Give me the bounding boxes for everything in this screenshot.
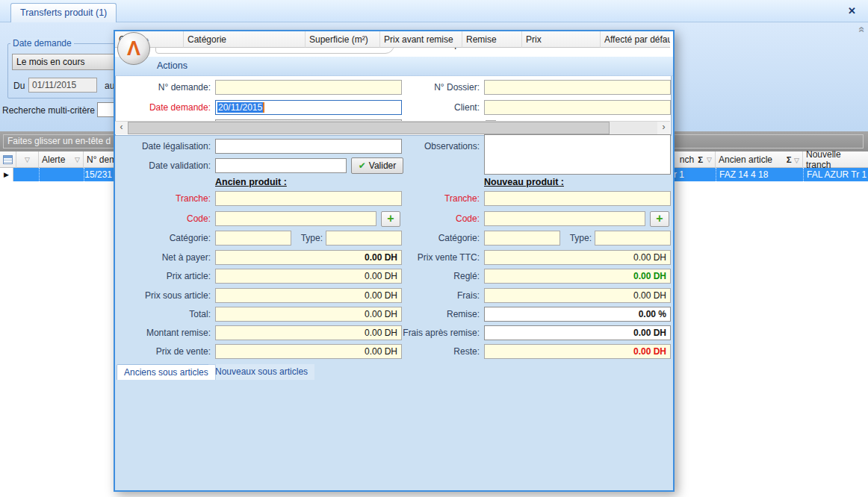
- col-header-affecte-par-defaut[interactable]: Affecté par défaut: [601, 31, 670, 48]
- scrollbar-thumb[interactable]: [128, 122, 610, 134]
- ancien-tranche-input[interactable]: [215, 191, 402, 206]
- n-dossier-input[interactable]: [484, 80, 671, 95]
- nouveau-code-label: Code:: [382, 213, 480, 224]
- client-label: Client:: [382, 102, 480, 113]
- col-header-categorie[interactable]: Catégorie: [184, 31, 306, 48]
- montant-remise-field[interactable]: 0.00 DH: [215, 325, 402, 340]
- prix-article-label: Prix article:: [115, 271, 211, 281]
- row-marker-icon: ▶: [0, 168, 13, 181]
- tab-anciens-sous-articles[interactable]: Anciens sous articles: [117, 364, 216, 380]
- cell-nouvelle-tranche: FAL AZUR Tr 1: [807, 168, 867, 181]
- prix-article-field[interactable]: 0.00 DH: [215, 269, 402, 284]
- prix-de-vente-label: Prix de vente:: [115, 346, 211, 357]
- nouveau-code-input[interactable]: [484, 211, 645, 226]
- date-validation-input[interactable]: [215, 158, 347, 173]
- observations-label: Observations:: [382, 141, 480, 151]
- valider-label: Valider: [369, 160, 396, 171]
- total-label: Total:: [115, 309, 211, 319]
- date-demande-input[interactable]: 20/11/2015: [215, 100, 402, 115]
- tab-nouveaux-sous-articles[interactable]: Nouveaux sous articles: [208, 364, 314, 380]
- tab-transferts-produit[interactable]: Transferts produit (1): [10, 3, 117, 22]
- nouveau-code-add-button[interactable]: +: [650, 211, 669, 227]
- nouveau-type-input[interactable]: [595, 231, 671, 246]
- scroll-left-icon[interactable]: ‹: [115, 122, 128, 134]
- montant-remise-label: Montant remise:: [115, 328, 211, 338]
- reste-field[interactable]: 0.00 DH: [484, 344, 671, 359]
- transfer-request-dialog: ↻ ✖ ◷ ▾ ▾ Demande de transfert produit N…: [114, 30, 675, 492]
- grid-customize-header[interactable]: [0, 151, 16, 168]
- sum-icon[interactable]: Σ: [787, 155, 792, 164]
- scroll-right-icon[interactable]: ›: [657, 122, 670, 134]
- net-a-payer-field[interactable]: 0.00 DH: [215, 250, 402, 265]
- reste-label: Reste:: [382, 346, 480, 357]
- dialog-menu-bar: Actions: [115, 57, 673, 76]
- screen: Transferts produit (1) ✕ » Date demande …: [0, 0, 868, 497]
- col-header-superficie[interactable]: Superficie (m²): [306, 31, 380, 48]
- n-demande-label: N° demande:: [115, 82, 211, 93]
- ancien-article-header-label: Ancien article: [719, 154, 772, 165]
- ancien-type-label: Type:: [264, 233, 323, 243]
- valider-button[interactable]: ✔Valider: [351, 157, 403, 174]
- remise-field[interactable]: 0.00 %: [484, 307, 671, 322]
- ancienne-tranche-header-label: nch: [680, 154, 694, 165]
- prix-sous-article-field[interactable]: 0.00 DH: [215, 288, 402, 303]
- ancien-tranche-label: Tranche:: [115, 193, 211, 204]
- from-label: Du: [13, 81, 25, 91]
- from-date-input[interactable]: 01/11/2015: [28, 78, 97, 93]
- sum-icon[interactable]: Σ: [698, 155, 703, 164]
- grid-header-alerte[interactable]: Alerte ▽: [39, 151, 84, 168]
- multi-criteria-search-label: Recherche multi-critère :: [2, 105, 100, 116]
- cell-n-demande: 15/231: [84, 168, 112, 181]
- regle-label: Reglé:: [382, 271, 480, 281]
- nouveau-tranche-input[interactable]: [484, 191, 671, 206]
- total-field[interactable]: 0.00 DH: [215, 307, 402, 322]
- regle-field[interactable]: 0.00 DH: [484, 269, 671, 284]
- cell-ancien-article: FAZ 14 4 18: [719, 168, 768, 181]
- menu-actions[interactable]: Actions: [157, 60, 187, 71]
- check-icon: ✔: [359, 160, 366, 171]
- n-demande-header-label: N° dem: [87, 154, 117, 165]
- grid-header-ancien-article[interactable]: Ancien article Σ ▽: [716, 151, 803, 168]
- nouveau-type-label: Type:: [533, 233, 592, 243]
- date-validation-label: Date validation:: [115, 160, 211, 171]
- nouveau-tranche-label: Tranche:: [382, 193, 480, 204]
- horizontal-scrollbar[interactable]: ‹ ›: [115, 121, 670, 134]
- grid-filter-header[interactable]: ▽: [16, 151, 39, 168]
- col-header-prix[interactable]: Prix: [522, 31, 601, 48]
- prix-de-vente-field[interactable]: 0.00 DH: [215, 344, 402, 359]
- filter-funnel-icon[interactable]: ▽: [25, 156, 30, 163]
- observations-textarea[interactable]: [484, 134, 671, 175]
- selected-text: 20/11/2015: [217, 102, 264, 113]
- customize-grid-icon: [3, 155, 13, 164]
- col-header-prix-avant-remise[interactable]: Prix avant remise: [380, 31, 462, 48]
- grid-header-nouvelle-tranche[interactable]: Nouvelle tranch: [803, 151, 868, 168]
- filter-funnel-icon[interactable]: ▽: [707, 156, 712, 163]
- prix-vente-ttc-field[interactable]: 0.00 DH: [484, 250, 671, 265]
- client-input[interactable]: [484, 100, 671, 115]
- date-legalisation-input[interactable]: [215, 139, 402, 154]
- col-header-remise[interactable]: Remise: [462, 31, 522, 48]
- n-demande-input[interactable]: [215, 80, 402, 95]
- frais-apres-remise-label: Frais après remise:: [382, 328, 480, 338]
- collapse-panel-icon[interactable]: »: [853, 28, 866, 32]
- top-tab-strip: Transferts produit (1) ✕: [0, 0, 868, 22]
- header-icons: Σ ▽: [787, 154, 799, 165]
- frais-field[interactable]: 0.00 DH: [484, 288, 671, 303]
- net-a-payer-label: Net à payer:: [115, 252, 211, 263]
- ancien-produit-section-title: Ancien produit :: [215, 177, 287, 187]
- close-icon[interactable]: ✕: [848, 5, 856, 16]
- filter-funnel-icon[interactable]: ▽: [794, 157, 799, 164]
- nouveau-categorie-label: Catégorie:: [382, 233, 480, 243]
- prix-sous-article-label: Prix sous article:: [115, 290, 211, 301]
- prix-vente-ttc-label: Prix vente TTC:: [382, 252, 480, 263]
- cell-ancienne-tranche: r 1: [674, 168, 711, 181]
- ancien-code-label: Code:: [115, 213, 211, 224]
- ancien-code-input[interactable]: [215, 211, 376, 226]
- date-demande-group-title: Date demande: [10, 38, 74, 49]
- frais-apres-remise-field[interactable]: 0.00 DH: [484, 325, 671, 340]
- nouvelle-tranche-header-label: Nouvelle tranch: [806, 149, 865, 170]
- n-dossier-label: N° Dossier:: [382, 82, 480, 93]
- filter-funnel-icon[interactable]: ▽: [75, 156, 80, 163]
- date-legalisation-label: Date légalisation:: [115, 141, 211, 151]
- ancien-categorie-label: Catégorie:: [115, 233, 211, 243]
